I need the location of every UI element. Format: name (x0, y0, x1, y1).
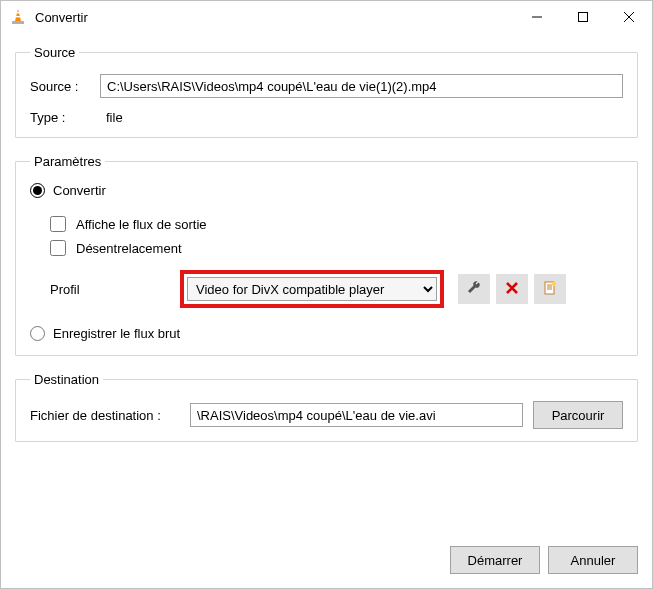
minimize-button[interactable] (514, 1, 560, 33)
parameters-legend: Paramètres (30, 154, 105, 169)
convert-window: Convertir Source Source : Type : file (0, 0, 653, 589)
parameters-group: Paramètres Convertir Affiche le flux de … (15, 154, 638, 356)
convert-radio-label: Convertir (53, 183, 106, 198)
show-output-row[interactable]: Affiche le flux de sortie (50, 216, 623, 232)
profile-label: Profil (50, 282, 180, 297)
source-group: Source Source : Type : file (15, 45, 638, 138)
cancel-button[interactable]: Annuler (548, 546, 638, 574)
profile-select[interactable]: Video for DivX compatible player (187, 277, 437, 301)
destination-group: Destination Fichier de destination : Par… (15, 372, 638, 442)
window-controls (514, 1, 652, 33)
new-profile-button[interactable] (534, 274, 566, 304)
new-document-icon (542, 280, 558, 299)
source-input[interactable] (100, 74, 623, 98)
convert-radio[interactable] (30, 183, 45, 198)
type-label: Type : (30, 110, 100, 125)
svg-point-14 (552, 281, 556, 285)
delete-x-icon (504, 280, 520, 299)
vlc-icon (9, 8, 27, 26)
window-title: Convertir (35, 10, 514, 25)
titlebar: Convertir (1, 1, 652, 33)
wrench-icon (466, 280, 482, 299)
type-value: file (100, 110, 123, 125)
content-area: Source Source : Type : file Paramètres C… (1, 33, 652, 542)
raw-radio[interactable] (30, 326, 45, 341)
profile-highlight: Video for DivX compatible player (180, 270, 444, 308)
svg-rect-3 (12, 21, 24, 24)
delete-profile-button[interactable] (496, 274, 528, 304)
convert-radio-row[interactable]: Convertir (30, 183, 623, 198)
svg-marker-0 (15, 9, 21, 21)
dest-label: Fichier de destination : (30, 408, 190, 423)
deinterlace-checkbox[interactable] (50, 240, 66, 256)
svg-rect-5 (579, 13, 588, 22)
source-label: Source : (30, 79, 100, 94)
deinterlace-label: Désentrelacement (76, 241, 182, 256)
dest-input[interactable] (190, 403, 523, 427)
source-legend: Source (30, 45, 79, 60)
raw-radio-label: Enregistrer le flux brut (53, 326, 180, 341)
svg-rect-1 (16, 12, 20, 13)
deinterlace-row[interactable]: Désentrelacement (50, 240, 623, 256)
svg-rect-2 (16, 16, 21, 17)
browse-button[interactable]: Parcourir (533, 401, 623, 429)
profile-row: Profil Video for DivX compatible player (50, 270, 623, 308)
edit-profile-button[interactable] (458, 274, 490, 304)
dialog-buttons: Démarrer Annuler (1, 542, 652, 588)
start-button[interactable]: Démarrer (450, 546, 540, 574)
show-output-label: Affiche le flux de sortie (76, 217, 207, 232)
close-button[interactable] (606, 1, 652, 33)
destination-legend: Destination (30, 372, 103, 387)
show-output-checkbox[interactable] (50, 216, 66, 232)
maximize-button[interactable] (560, 1, 606, 33)
raw-radio-row[interactable]: Enregistrer le flux brut (30, 326, 623, 341)
